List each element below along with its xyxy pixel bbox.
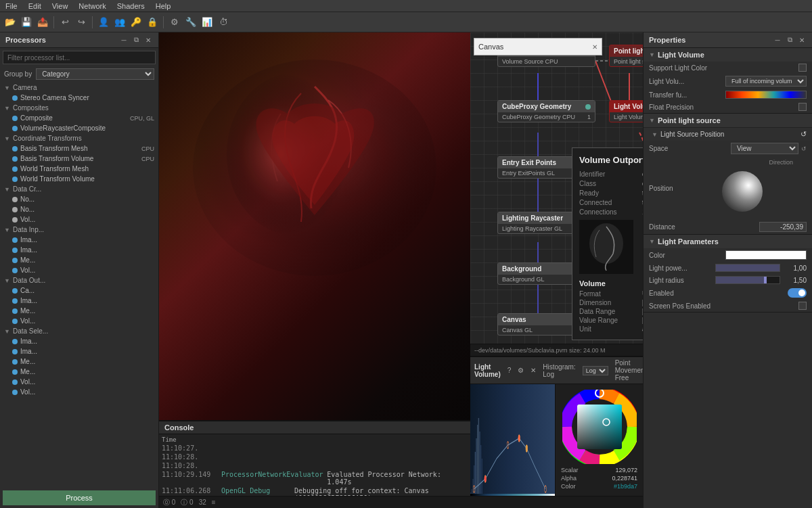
light-parameters-header[interactable]: ▼ Light Parameters — [644, 235, 812, 248]
tree-item-no1[interactable]: No... — [0, 194, 158, 204]
direction-sphere[interactable] — [722, 171, 763, 212]
tf-settings-icon[interactable]: ⚙ — [518, 367, 524, 374]
tree-item-world-vol[interactable]: World Transform Volume — [0, 174, 158, 184]
float-precision-checkbox[interactable] — [798, 103, 807, 111]
tree-item-stereo-camera[interactable]: Stereo Camera Syncer — [0, 93, 158, 103]
tree-item-basis-mesh[interactable]: Basis Transform MeshCPU — [0, 143, 158, 154]
menu-shaders[interactable]: Shaders — [112, 2, 150, 10]
tool-settings[interactable]: ⚙ — [167, 15, 182, 30]
filter-processor-input[interactable] — [3, 51, 156, 64]
category-datacr[interactable]: ▼Data Cr... — [0, 184, 158, 194]
tf-question-icon[interactable]: ? — [508, 367, 512, 374]
enabled-toggle[interactable] — [788, 288, 807, 298]
detach-icon[interactable]: ⧉ — [131, 35, 141, 45]
tool-redo[interactable]: ↪ — [74, 15, 89, 30]
tree-item-ima1[interactable]: Ima... — [0, 235, 158, 245]
tool-lock2[interactable]: 🔒 — [145, 15, 160, 30]
space-select[interactable]: View — [731, 143, 798, 154]
properties-header: Properties ─ ⧉ ✕ — [644, 32, 812, 48]
tree-item-me2[interactable]: Me... — [0, 306, 158, 316]
tool-stats[interactable]: 📊 — [200, 15, 215, 30]
tree-item-me3[interactable]: Me... — [0, 356, 158, 367]
tooltip-value-format: UINT8 — [642, 290, 643, 298]
node-light-volume-body: Light Volume GL 1 — [610, 112, 643, 122]
close-icon[interactable]: ✕ — [143, 35, 153, 45]
support-light-color-checkbox[interactable] — [798, 64, 807, 72]
menu-file[interactable]: File — [0, 2, 23, 10]
tool-config[interactable]: 🔧 — [183, 15, 198, 30]
transfer-fn-colorbar[interactable] — [725, 91, 807, 99]
tf-graph[interactable] — [470, 384, 555, 503]
light-radius-row: Light radius 1,50 — [644, 274, 812, 286]
tree-item-ima3[interactable]: Ima... — [0, 296, 158, 306]
tree-item-volume-raycaster[interactable]: VolumeRaycasterComposite — [0, 123, 158, 133]
canvas-window-close-btn[interactable]: ✕ — [592, 43, 597, 51]
color-row: Color — [644, 248, 812, 262]
category-datasele[interactable]: ▼Data Sele... — [0, 326, 158, 336]
tree-item-ima4[interactable]: Ima... — [0, 336, 158, 346]
light-source-pos-reset[interactable]: ↺ — [800, 130, 807, 139]
tree-item-me4[interactable]: Me... — [0, 367, 158, 377]
tool-save[interactable]: 💾 — [19, 15, 34, 30]
node-point-light[interactable]: Point light source Point light source CP… — [609, 45, 643, 67]
node-light-volume[interactable]: Light Volume Light Volume GL 1 — [609, 100, 643, 122]
tool-open[interactable]: 📂 — [3, 15, 18, 30]
tree-item-basis-vol[interactable]: Basis Transform VolumeCPU — [0, 154, 158, 164]
tool-timer[interactable]: ⏱ — [216, 15, 231, 30]
properties-minimize-icon[interactable]: ─ — [773, 35, 782, 45]
tree-item-vol2[interactable]: Vol... — [0, 265, 158, 275]
tree-item-vol4[interactable]: Vol... — [0, 377, 158, 387]
tool-user1[interactable]: 👤 — [96, 15, 111, 30]
tree-item-ima2[interactable]: Ima... — [0, 245, 158, 255]
menu-help[interactable]: Help — [150, 2, 177, 10]
process-button[interactable]: Process — [3, 490, 156, 505]
category-coord[interactable]: ▼Coordinate Transforms — [0, 133, 158, 143]
group-by-select[interactable]: Category — [36, 68, 154, 80]
tree-item-vol3[interactable]: Vol... — [0, 316, 158, 326]
point-light-section-header[interactable]: ▼ Point light source — [644, 114, 812, 127]
tooltip-row-connections: Connections 1 — [579, 208, 643, 216]
menu-view[interactable]: View — [47, 2, 74, 10]
svg-rect-13 — [470, 384, 555, 503]
distance-input[interactable] — [759, 222, 807, 232]
node-cube-proxy[interactable]: CubeProxy Geometry CubeProxy Geometry CP… — [497, 100, 595, 122]
light-volume-select[interactable]: Full of incoming volume — [725, 76, 807, 87]
properties-close-icon[interactable]: ✕ — [797, 35, 807, 45]
processors-header: Processors ─ ⧉ ✕ — [0, 32, 158, 48]
canvas-area[interactable]: Canvas ✕ Volume Source Volume Source CPU… — [159, 32, 643, 508]
tf-close-icon[interactable]: ✕ — [531, 367, 536, 374]
tree-item-ima5[interactable]: Ima... — [0, 346, 158, 356]
tool-undo[interactable]: ↩ — [58, 15, 72, 30]
menu-network[interactable]: Network — [73, 2, 111, 10]
color-wheel-svg[interactable] — [562, 390, 637, 464]
tooltip-value-unit: arb. unit. — [642, 325, 643, 333]
tree-item-composite[interactable]: CompositeCPU, GL — [0, 113, 158, 123]
category-datainp[interactable]: ▼Data Inp... — [0, 225, 158, 235]
tree-item-vol5[interactable]: Vol... — [0, 387, 158, 397]
category-composites[interactable]: ▼Composites — [0, 103, 158, 113]
tree-item-no2[interactable]: No... — [0, 204, 158, 214]
tooltip-row-class: Class org.inviwo.Volume.outport — [579, 180, 643, 187]
tree-item-vol1[interactable]: Vol... — [0, 214, 158, 225]
light-volume-section-header[interactable]: ▼ Light Volume — [644, 48, 812, 62]
tool-export[interactable]: 📤 — [35, 15, 50, 30]
light-source-pos-header[interactable]: ▼ Light Source Position ↺ — [644, 127, 812, 141]
tf-histogram-select[interactable]: Log — [583, 366, 608, 375]
category-camera[interactable]: ▼Camera — [0, 83, 158, 93]
tree-item-me1[interactable]: Me... — [0, 255, 158, 265]
screen-pos-checkbox[interactable] — [798, 302, 807, 310]
minimize-icon[interactable]: ─ — [119, 35, 129, 45]
tooltip-label-valuerange: Value Range — [579, 317, 637, 324]
category-dataout[interactable]: ▼Data Out... — [0, 275, 158, 285]
tree-item-world-mesh[interactable]: World Transform Mesh — [0, 164, 158, 174]
color-swatch[interactable] — [725, 250, 807, 260]
tool-user2[interactable]: 👥 — [112, 15, 127, 30]
light-power-slider[interactable] — [715, 264, 780, 272]
tree-item-ca1[interactable]: Ca... — [0, 285, 158, 296]
tool-lock[interactable]: 🔑 — [129, 15, 143, 30]
space-reset-icon[interactable]: ↺ — [801, 145, 807, 152]
menu-edit[interactable]: Edit — [23, 2, 47, 10]
properties-detach-icon[interactable]: ⧉ — [785, 35, 794, 45]
light-radius-slider[interactable] — [715, 276, 780, 284]
tooltip-value-valuerange: [ 0.000, 255.000] — [642, 317, 643, 324]
